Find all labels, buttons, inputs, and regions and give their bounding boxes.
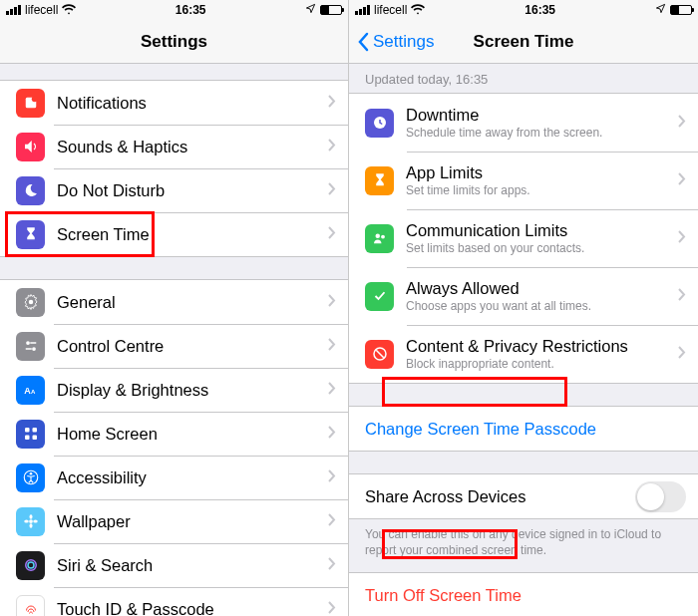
chevron-right-icon xyxy=(678,345,686,363)
status-bar: lifecell 16:35 xyxy=(349,0,698,20)
row-accessibility[interactable]: Accessibility xyxy=(0,456,348,499)
chevron-right-icon xyxy=(328,181,336,199)
updated-label: Updated today, 16:35 xyxy=(349,64,698,93)
row-sub: Set limits based on your contacts. xyxy=(406,241,678,255)
row-label: Downtime xyxy=(406,106,678,125)
row-sub: Block inappropriate content. xyxy=(406,357,678,371)
row-label: Do Not Disturb xyxy=(57,181,328,200)
screen-time-screen: lifecell 16:35 Settings Screen Time Upda… xyxy=(349,0,698,616)
nav-bar: Settings xyxy=(0,20,348,64)
svg-text:A: A xyxy=(24,386,31,396)
row-control-centre[interactable]: Control Centre xyxy=(0,324,348,368)
chevron-right-icon xyxy=(328,425,336,443)
carrier-label: lifecell xyxy=(374,3,407,17)
flower-icon xyxy=(16,507,45,536)
clock: 16:35 xyxy=(175,3,206,17)
row-share-devices[interactable]: Share Across Devices xyxy=(349,474,698,518)
row-home-screen[interactable]: Home Screen xyxy=(0,412,348,456)
row-display[interactable]: AA Display & Brightness xyxy=(0,368,348,412)
row-downtime[interactable]: DowntimeSchedule time away from the scre… xyxy=(349,94,698,152)
signal-icon xyxy=(355,5,370,15)
row-label: Communication Limits xyxy=(406,221,678,240)
change-passcode-button[interactable]: Change Screen Time Passcode xyxy=(349,407,698,451)
row-label: Touch ID & Passcode xyxy=(57,600,328,617)
row-notifications[interactable]: Notifications xyxy=(0,81,348,125)
row-label: Sounds & Haptics xyxy=(57,138,328,156)
chevron-right-icon xyxy=(328,225,336,243)
turn-off-button[interactable]: Turn Off Screen Time xyxy=(349,573,698,616)
row-label: General xyxy=(57,293,328,312)
chevron-right-icon xyxy=(328,138,336,155)
row-label: Accessibility xyxy=(57,468,328,487)
change-passcode-label: Change Screen Time Passcode xyxy=(365,420,596,439)
share-toggle[interactable] xyxy=(635,481,686,512)
row-label: Home Screen xyxy=(57,425,328,444)
moon-icon xyxy=(16,176,45,205)
row-label: Siri & Search xyxy=(57,556,328,575)
chevron-right-icon xyxy=(678,287,686,305)
chevron-right-icon xyxy=(328,556,336,574)
sliders-icon xyxy=(16,332,45,361)
svg-point-14 xyxy=(29,472,32,475)
chevron-right-icon xyxy=(678,229,686,247)
row-always-allowed[interactable]: Always AllowedChoose apps you want at al… xyxy=(349,267,698,325)
chevron-right-icon xyxy=(328,512,336,530)
svg-line-26 xyxy=(376,350,384,358)
row-sounds[interactable]: Sounds & Haptics xyxy=(0,125,348,168)
row-label: Share Across Devices xyxy=(365,487,635,506)
signal-icon xyxy=(6,5,21,15)
row-touchid[interactable]: Touch ID & Passcode xyxy=(0,587,348,616)
text-size-icon: AA xyxy=(16,376,45,405)
svg-rect-11 xyxy=(25,436,30,441)
row-label: Wallpaper xyxy=(57,512,328,531)
row-label: Content & Privacy Restrictions xyxy=(406,337,678,356)
hourglass-icon xyxy=(16,220,45,249)
svg-rect-4 xyxy=(30,342,36,344)
svg-point-5 xyxy=(32,347,36,351)
svg-point-1 xyxy=(31,96,37,102)
svg-text:A: A xyxy=(31,389,36,395)
svg-point-24 xyxy=(381,235,385,239)
row-general[interactable]: General xyxy=(0,280,348,324)
turn-off-label: Turn Off Screen Time xyxy=(365,586,522,605)
row-app-limits[interactable]: App LimitsSet time limits for apps. xyxy=(349,152,698,209)
row-communication-limits[interactable]: Communication LimitsSet limits based on … xyxy=(349,209,698,267)
chevron-right-icon xyxy=(328,600,336,616)
svg-point-2 xyxy=(28,300,33,305)
chevron-right-icon xyxy=(328,94,336,112)
people-icon xyxy=(365,224,394,253)
no-entry-icon xyxy=(365,340,394,369)
settings-screen: lifecell 16:35 Settings Notifications So… xyxy=(0,0,349,616)
location-icon xyxy=(655,3,666,17)
battery-icon xyxy=(670,5,692,15)
chevron-right-icon xyxy=(328,381,336,399)
svg-point-21 xyxy=(28,562,34,568)
row-siri[interactable]: Siri & Search xyxy=(0,543,348,587)
chevron-right-icon xyxy=(328,293,336,311)
row-sub: Set time limits for apps. xyxy=(406,183,678,197)
location-icon xyxy=(305,3,316,17)
svg-point-19 xyxy=(33,520,38,523)
row-screen-time[interactable]: Screen Time xyxy=(0,212,348,256)
back-button[interactable]: Settings xyxy=(357,32,434,52)
clock: 16:35 xyxy=(524,3,555,17)
chevron-right-icon xyxy=(678,171,686,189)
row-dnd[interactable]: Do Not Disturb xyxy=(0,168,348,212)
svg-point-17 xyxy=(29,523,32,528)
page-title: Settings xyxy=(141,32,207,52)
row-label: Display & Brightness xyxy=(57,381,328,400)
row-label: Always Allowed xyxy=(406,279,678,298)
sounds-icon xyxy=(16,133,45,161)
chevron-right-icon xyxy=(678,114,686,132)
row-label: Notifications xyxy=(57,94,328,113)
fingerprint-icon xyxy=(16,595,45,617)
svg-point-18 xyxy=(24,520,29,523)
page-title: Screen Time xyxy=(474,32,574,52)
clock-icon xyxy=(365,109,394,138)
nav-bar: Settings Screen Time xyxy=(349,20,698,64)
row-label: Screen Time xyxy=(57,225,328,244)
row-sub: Choose apps you want at all times. xyxy=(406,299,678,313)
row-wallpaper[interactable]: Wallpaper xyxy=(0,499,348,543)
row-label: Control Centre xyxy=(57,337,328,356)
row-content-restrictions[interactable]: Content & Privacy RestrictionsBlock inap… xyxy=(349,325,698,383)
